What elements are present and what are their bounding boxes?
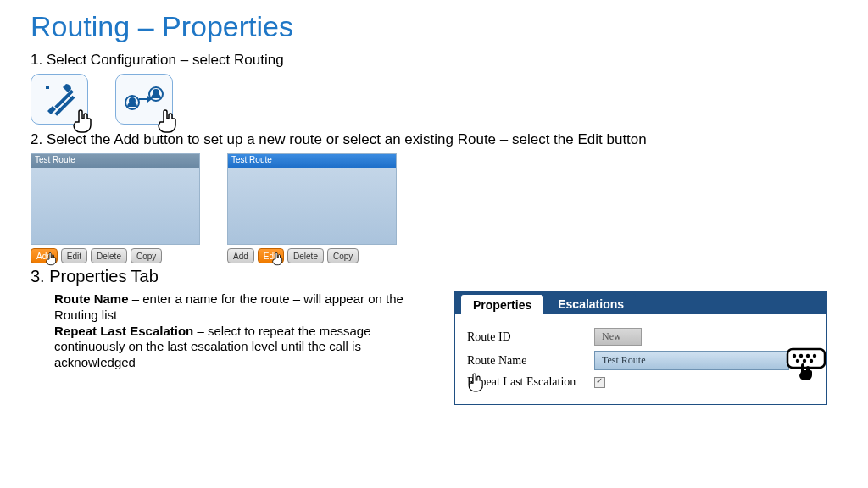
properties-description: Route Name – enter a name for the route … xyxy=(31,291,437,371)
copy-button[interactable]: Copy xyxy=(327,248,359,263)
tab-properties[interactable]: Properties xyxy=(460,294,544,314)
panel-header: Test Route xyxy=(31,154,199,168)
tab-escalations[interactable]: Escalations xyxy=(546,294,636,314)
add-button[interactable]: Add xyxy=(227,248,254,263)
tap-cursor-icon xyxy=(44,251,58,268)
delete-button[interactable]: Delete xyxy=(91,248,127,263)
svg-point-7 xyxy=(793,355,795,357)
route-name-label: Route Name xyxy=(467,354,594,368)
svg-rect-6 xyxy=(787,349,825,368)
route-panel-selected[interactable]: Test Route xyxy=(227,153,397,245)
svg-point-10 xyxy=(814,355,815,357)
edit-button[interactable]: Edit xyxy=(61,248,87,263)
edit-button[interactable]: Edit xyxy=(258,248,284,263)
svg-point-13 xyxy=(810,360,812,362)
route-id-value: New xyxy=(594,328,642,346)
svg-point-8 xyxy=(800,355,802,357)
delete-button[interactable]: Delete xyxy=(287,248,324,263)
route-name-bold: Route Name xyxy=(54,291,129,306)
route-name-input[interactable]: Test Route xyxy=(594,351,789,370)
tap-cursor-icon xyxy=(155,107,181,136)
svg-point-11 xyxy=(797,360,798,362)
step-3-text: 3. Properties Tab xyxy=(31,267,837,286)
tap-cursor-icon xyxy=(271,251,286,268)
svg-point-9 xyxy=(807,355,809,357)
routing-tile[interactable] xyxy=(115,74,173,125)
step-2-text: 2. Select the Add button to set up a new… xyxy=(31,131,837,148)
step-1-text: 1. Select Configuration – select Routing xyxy=(31,52,837,69)
svg-point-12 xyxy=(804,360,805,362)
tap-cursor-icon xyxy=(70,107,96,136)
configuration-tile[interactable] xyxy=(31,74,88,125)
route-panel-unselected[interactable]: Test Route xyxy=(31,153,200,245)
page-title: Routing – Properties xyxy=(31,10,837,43)
keyboard-icon xyxy=(784,347,830,385)
panel-header: Test Route xyxy=(228,154,396,168)
repeat-last-escalation-checkbox[interactable] xyxy=(594,377,605,388)
properties-panel: Properties Escalations Route ID New Rout… xyxy=(454,291,827,405)
tap-cursor-icon xyxy=(466,371,487,396)
add-button[interactable]: Add xyxy=(31,248,58,263)
repeat-bold: Repeat Last Escalation xyxy=(54,324,193,338)
route-id-label: Route ID xyxy=(467,330,594,344)
copy-button[interactable]: Copy xyxy=(131,248,162,263)
